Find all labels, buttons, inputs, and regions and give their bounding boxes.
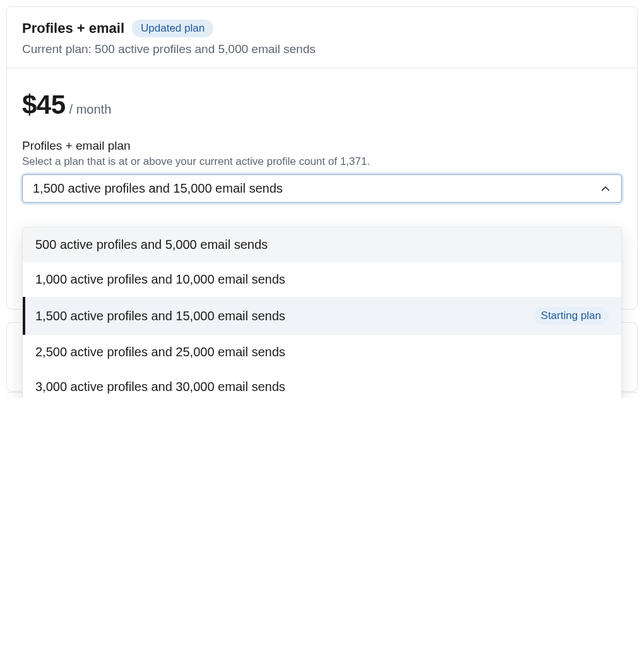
plan-option-label: 1,500 active profiles and 15,000 email s… bbox=[35, 309, 285, 323]
title-row: Profiles + email Updated plan bbox=[22, 20, 622, 37]
plan-option-label: 500 active profiles and 5,000 email send… bbox=[35, 238, 268, 252]
plan-option[interactable]: 500 active profiles and 5,000 email send… bbox=[23, 227, 621, 262]
price-period: / month bbox=[69, 102, 112, 117]
plan-select[interactable]: 1,500 active profiles and 15,000 email s… bbox=[22, 174, 622, 203]
price-row: $45 / month bbox=[22, 90, 622, 120]
plan-option[interactable]: 1,000 active profiles and 10,000 email s… bbox=[23, 262, 621, 297]
plan-dropdown: 500 active profiles and 5,000 email send… bbox=[22, 227, 622, 398]
plan-option[interactable]: 2,500 active profiles and 25,000 email s… bbox=[23, 335, 621, 370]
price-amount: $45 bbox=[22, 90, 66, 120]
plan-option[interactable]: 3,000 active profiles and 30,000 email s… bbox=[23, 370, 621, 398]
plan-option-label: 3,000 active profiles and 30,000 email s… bbox=[35, 380, 285, 394]
plan-field-label: Profiles + email plan bbox=[22, 139, 622, 153]
plan-select-value: 1,500 active profiles and 15,000 email s… bbox=[33, 181, 283, 196]
current-plan-subtitle: Current plan: 500 active profiles and 5,… bbox=[22, 42, 622, 56]
chevron-up-icon bbox=[600, 183, 611, 195]
plan-option-label: 1,000 active profiles and 10,000 email s… bbox=[35, 272, 285, 287]
plan-option[interactable]: 1,500 active profiles and 15,000 email s… bbox=[23, 297, 621, 335]
profiles-email-card: Profiles + email Updated plan Current pl… bbox=[6, 6, 638, 310]
updated-plan-badge: Updated plan bbox=[132, 20, 213, 37]
plan-title: Profiles + email bbox=[22, 20, 124, 37]
plan-field-help: Select a plan that is at or above your c… bbox=[22, 155, 622, 168]
plan-option-label: 2,500 active profiles and 25,000 email s… bbox=[35, 345, 285, 359]
card-header: Profiles + email Updated plan Current pl… bbox=[7, 7, 637, 68]
starting-plan-badge: Starting plan bbox=[534, 307, 609, 325]
